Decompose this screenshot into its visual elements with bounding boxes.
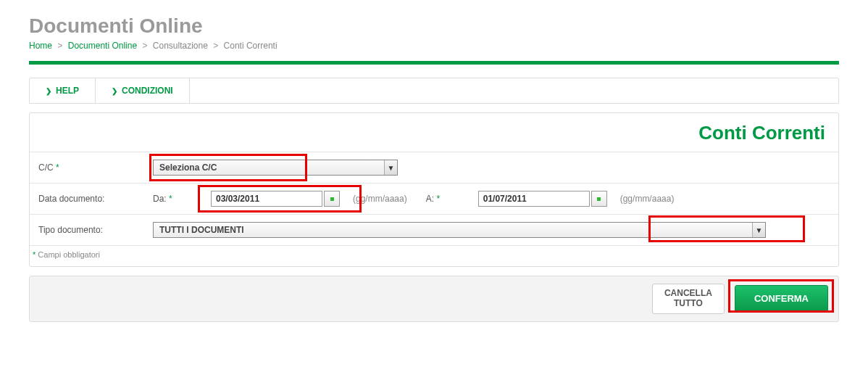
calendar-icon [330, 197, 334, 201]
confirm-button[interactable]: CONFERMA [735, 285, 828, 312]
label-from: Da: * [153, 194, 196, 204]
required-note: * Campi obbligatori [30, 246, 838, 266]
label-data-documento: Data documento: [38, 194, 153, 204]
chevron-down-icon: ▼ [384, 160, 397, 175]
breadcrumb-sep: > [57, 41, 62, 51]
row-account: C/C * Seleziona C/C ▼ [30, 152, 838, 183]
hint-date-format: (gg/mm/aaaa) [353, 194, 407, 204]
divider-bar [29, 61, 839, 65]
breadcrumb-cc: Conti Correnti [224, 41, 277, 51]
label-account: C/C * [38, 162, 153, 173]
chevron-right-icon: ❯ [112, 87, 117, 95]
breadcrumb-sep: > [142, 41, 147, 51]
tab-help-label: HELP [56, 86, 79, 96]
panel-title: Conti Correnti [30, 113, 838, 152]
row-dates: Data documento: Da: * (gg/mm/aaaa) A: * … [30, 183, 838, 214]
cancel-button[interactable]: CANCELLATUTTO [652, 284, 725, 314]
account-select[interactable]: Seleziona C/C ▼ [153, 160, 398, 176]
breadcrumb: Home > Documenti Online > Consultazione … [29, 41, 839, 51]
row-tipo: Tipo documento: TUTTI I DOCUMENTI ▼ [30, 214, 838, 246]
label-to: A: * [426, 194, 464, 204]
action-bar: CANCELLATUTTO CONFERMA [29, 276, 839, 322]
label-tipo: Tipo documento: [38, 225, 153, 235]
tab-condizioni-label: CONDIZIONI [122, 86, 173, 96]
calendar-from-button[interactable] [324, 191, 340, 207]
date-from-input[interactable] [211, 191, 322, 207]
chevron-down-icon: ▼ [752, 223, 765, 237]
breadcrumb-docs[interactable]: Documenti Online [68, 41, 137, 51]
tab-help[interactable]: ❯ HELP [30, 78, 96, 103]
date-to-input[interactable] [478, 191, 590, 207]
form-panel: Conti Correnti C/C * Seleziona C/C ▼ Dat… [29, 112, 839, 267]
page-title: Documenti Online [29, 15, 839, 38]
chevron-right-icon: ❯ [46, 87, 51, 95]
account-select-value: Seleziona C/C [159, 162, 217, 173]
breadcrumb-home[interactable]: Home [29, 41, 52, 51]
breadcrumb-sep: > [213, 41, 218, 51]
tabs: ❯ HELP ❯ CONDIZIONI [29, 78, 839, 104]
tipo-select[interactable]: TUTTI I DOCUMENTI ▼ [153, 222, 766, 238]
tipo-select-value: TUTTI I DOCUMENTI [159, 225, 244, 235]
calendar-to-button[interactable] [591, 191, 607, 207]
hint-date-format: (gg/mm/aaaa) [620, 194, 675, 204]
breadcrumb-consult: Consultazione [153, 41, 208, 51]
tab-condizioni[interactable]: ❯ CONDIZIONI [96, 78, 190, 103]
calendar-icon [597, 197, 601, 201]
cancel-button-label: CANCELLATUTTO [664, 288, 712, 308]
